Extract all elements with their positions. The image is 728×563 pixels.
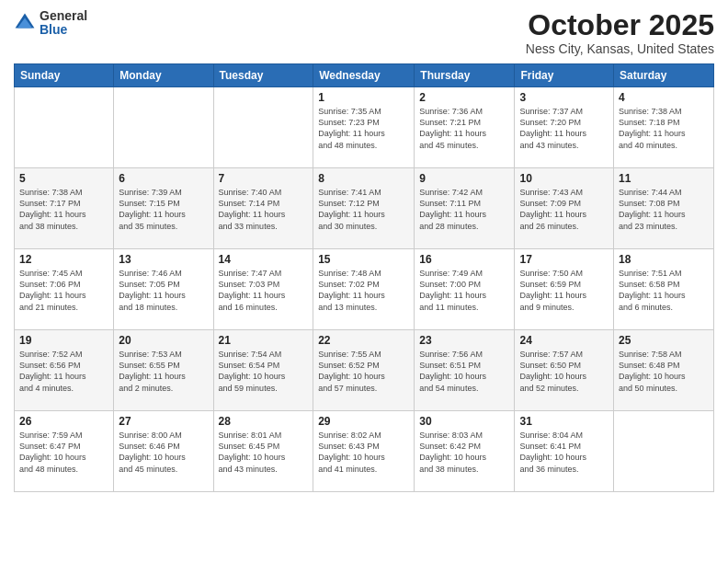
day-info: Sunrise: 7:37 AM Sunset: 7:20 PM Dayligh…	[519, 106, 609, 151]
calendar-cell: 17Sunrise: 7:50 AM Sunset: 6:59 PM Dayli…	[515, 249, 614, 330]
calendar-cell: 26Sunrise: 7:59 AM Sunset: 6:47 PM Dayli…	[15, 411, 114, 492]
day-info: Sunrise: 7:38 AM Sunset: 7:17 PM Dayligh…	[19, 187, 108, 232]
calendar-cell: 9Sunrise: 7:42 AM Sunset: 7:11 PM Daylig…	[415, 168, 515, 249]
day-number: 20	[119, 334, 208, 347]
day-number: 6	[119, 172, 208, 185]
day-info: Sunrise: 7:41 AM Sunset: 7:12 PM Dayligh…	[318, 187, 409, 232]
calendar-cell: 23Sunrise: 7:56 AM Sunset: 6:51 PM Dayli…	[415, 330, 515, 411]
day-info: Sunrise: 7:57 AM Sunset: 6:50 PM Dayligh…	[519, 349, 609, 394]
day-number: 24	[519, 334, 609, 347]
day-number: 13	[119, 253, 208, 266]
calendar-cell	[614, 411, 714, 492]
day-number: 11	[619, 172, 709, 185]
day-info: Sunrise: 7:59 AM Sunset: 6:47 PM Dayligh…	[19, 430, 108, 475]
location: Ness City, Kansas, United States	[526, 41, 714, 56]
calendar-cell: 2Sunrise: 7:36 AM Sunset: 7:21 PM Daylig…	[415, 87, 515, 168]
calendar-table: SundayMondayTuesdayWednesdayThursdayFrid…	[14, 63, 714, 492]
calendar-cell: 12Sunrise: 7:45 AM Sunset: 7:06 PM Dayli…	[15, 249, 114, 330]
weekday-header-tuesday: Tuesday	[213, 64, 313, 87]
calendar-cell: 10Sunrise: 7:43 AM Sunset: 7:09 PM Dayli…	[515, 168, 614, 249]
day-info: Sunrise: 7:56 AM Sunset: 6:51 PM Dayligh…	[419, 349, 509, 394]
calendar-cell: 13Sunrise: 7:46 AM Sunset: 7:05 PM Dayli…	[114, 249, 213, 330]
calendar-cell: 16Sunrise: 7:49 AM Sunset: 7:00 PM Dayli…	[415, 249, 515, 330]
title-block: October 2025 Ness City, Kansas, United S…	[526, 9, 714, 56]
day-info: Sunrise: 7:52 AM Sunset: 6:56 PM Dayligh…	[19, 349, 108, 394]
day-info: Sunrise: 7:58 AM Sunset: 6:48 PM Dayligh…	[619, 349, 709, 394]
calendar-cell: 19Sunrise: 7:52 AM Sunset: 6:56 PM Dayli…	[15, 330, 114, 411]
day-number: 18	[619, 253, 709, 266]
day-number: 7	[219, 172, 309, 185]
day-number: 12	[19, 253, 108, 266]
logo-text: General Blue	[40, 9, 87, 38]
day-info: Sunrise: 7:54 AM Sunset: 6:54 PM Dayligh…	[219, 349, 309, 394]
calendar-cell: 5Sunrise: 7:38 AM Sunset: 7:17 PM Daylig…	[15, 168, 114, 249]
calendar-cell: 24Sunrise: 7:57 AM Sunset: 6:50 PM Dayli…	[515, 330, 614, 411]
day-info: Sunrise: 7:47 AM Sunset: 7:03 PM Dayligh…	[219, 268, 309, 313]
calendar-cell: 22Sunrise: 7:55 AM Sunset: 6:52 PM Dayli…	[313, 330, 415, 411]
calendar-cell: 27Sunrise: 8:00 AM Sunset: 6:46 PM Dayli…	[114, 411, 213, 492]
logo: General Blue	[14, 9, 87, 38]
day-number: 3	[519, 91, 609, 104]
calendar-cell: 1Sunrise: 7:35 AM Sunset: 7:23 PM Daylig…	[313, 87, 415, 168]
day-info: Sunrise: 7:39 AM Sunset: 7:15 PM Dayligh…	[119, 187, 208, 232]
day-number: 1	[318, 91, 409, 104]
day-number: 29	[318, 415, 409, 428]
day-info: Sunrise: 8:01 AM Sunset: 6:45 PM Dayligh…	[219, 430, 309, 475]
day-number: 23	[419, 334, 509, 347]
calendar-cell: 28Sunrise: 8:01 AM Sunset: 6:45 PM Dayli…	[213, 411, 313, 492]
day-number: 26	[19, 415, 108, 428]
calendar-cell: 14Sunrise: 7:47 AM Sunset: 7:03 PM Dayli…	[213, 249, 313, 330]
calendar-cell: 31Sunrise: 8:04 AM Sunset: 6:41 PM Dayli…	[515, 411, 614, 492]
day-info: Sunrise: 7:35 AM Sunset: 7:23 PM Dayligh…	[318, 106, 409, 151]
calendar-cell: 4Sunrise: 7:38 AM Sunset: 7:18 PM Daylig…	[614, 87, 714, 168]
day-info: Sunrise: 7:53 AM Sunset: 6:55 PM Dayligh…	[119, 349, 208, 394]
day-info: Sunrise: 7:36 AM Sunset: 7:21 PM Dayligh…	[419, 106, 509, 151]
day-info: Sunrise: 7:55 AM Sunset: 6:52 PM Dayligh…	[318, 349, 409, 394]
day-info: Sunrise: 8:02 AM Sunset: 6:43 PM Dayligh…	[318, 430, 409, 475]
calendar-cell: 11Sunrise: 7:44 AM Sunset: 7:08 PM Dayli…	[614, 168, 714, 249]
day-number: 9	[419, 172, 509, 185]
calendar-cell: 30Sunrise: 8:03 AM Sunset: 6:42 PM Dayli…	[415, 411, 515, 492]
calendar-cell: 6Sunrise: 7:39 AM Sunset: 7:15 PM Daylig…	[114, 168, 213, 249]
calendar-week-2: 5Sunrise: 7:38 AM Sunset: 7:17 PM Daylig…	[15, 168, 714, 249]
day-number: 14	[219, 253, 309, 266]
header: General Blue October 2025 Ness City, Kan…	[14, 9, 714, 56]
calendar-cell: 3Sunrise: 7:37 AM Sunset: 7:20 PM Daylig…	[515, 87, 614, 168]
day-number: 22	[318, 334, 409, 347]
calendar-cell: 20Sunrise: 7:53 AM Sunset: 6:55 PM Dayli…	[114, 330, 213, 411]
day-info: Sunrise: 7:40 AM Sunset: 7:14 PM Dayligh…	[219, 187, 309, 232]
day-number: 2	[419, 91, 509, 104]
day-number: 21	[219, 334, 309, 347]
day-info: Sunrise: 7:43 AM Sunset: 7:09 PM Dayligh…	[519, 187, 609, 232]
weekday-header-sunday: Sunday	[15, 64, 114, 87]
day-info: Sunrise: 7:42 AM Sunset: 7:11 PM Dayligh…	[419, 187, 509, 232]
day-info: Sunrise: 8:04 AM Sunset: 6:41 PM Dayligh…	[519, 430, 609, 475]
calendar-cell	[15, 87, 114, 168]
day-number: 30	[419, 415, 509, 428]
weekday-header-wednesday: Wednesday	[313, 64, 415, 87]
calendar-cell: 29Sunrise: 8:02 AM Sunset: 6:43 PM Dayli…	[313, 411, 415, 492]
month-title: October 2025	[526, 9, 714, 41]
day-number: 10	[519, 172, 609, 185]
weekday-header-thursday: Thursday	[415, 64, 515, 87]
day-number: 5	[19, 172, 108, 185]
page: General Blue October 2025 Ness City, Kan…	[0, 0, 728, 563]
calendar-cell: 21Sunrise: 7:54 AM Sunset: 6:54 PM Dayli…	[213, 330, 313, 411]
calendar-cell: 7Sunrise: 7:40 AM Sunset: 7:14 PM Daylig…	[213, 168, 313, 249]
day-number: 17	[519, 253, 609, 266]
calendar-cell: 25Sunrise: 7:58 AM Sunset: 6:48 PM Dayli…	[614, 330, 714, 411]
calendar-cell	[213, 87, 313, 168]
day-number: 27	[119, 415, 208, 428]
day-number: 4	[619, 91, 709, 104]
day-info: Sunrise: 7:44 AM Sunset: 7:08 PM Dayligh…	[619, 187, 709, 232]
weekday-header-saturday: Saturday	[614, 64, 714, 87]
day-info: Sunrise: 7:49 AM Sunset: 7:00 PM Dayligh…	[419, 268, 509, 313]
weekday-header-friday: Friday	[515, 64, 614, 87]
day-number: 19	[19, 334, 108, 347]
calendar-cell: 8Sunrise: 7:41 AM Sunset: 7:12 PM Daylig…	[313, 168, 415, 249]
calendar-cell: 18Sunrise: 7:51 AM Sunset: 6:58 PM Dayli…	[614, 249, 714, 330]
day-number: 31	[519, 415, 609, 428]
day-info: Sunrise: 7:38 AM Sunset: 7:18 PM Dayligh…	[619, 106, 709, 151]
calendar-week-1: 1Sunrise: 7:35 AM Sunset: 7:23 PM Daylig…	[15, 87, 714, 168]
day-info: Sunrise: 7:48 AM Sunset: 7:02 PM Dayligh…	[318, 268, 409, 313]
